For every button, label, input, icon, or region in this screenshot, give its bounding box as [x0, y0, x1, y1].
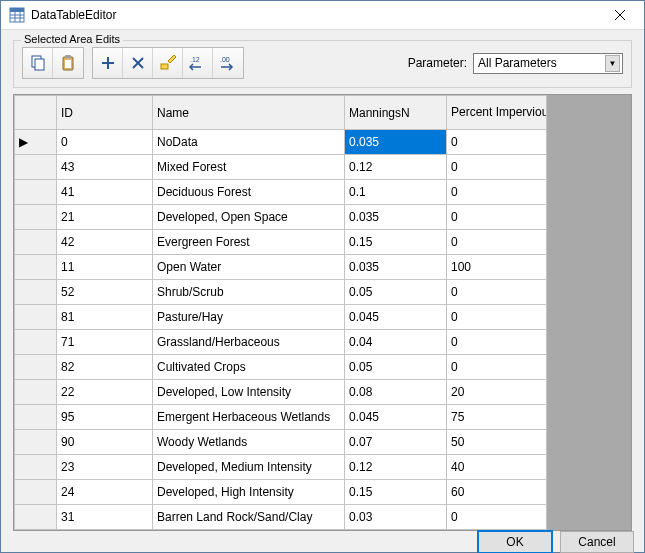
copy-button[interactable] — [23, 48, 53, 78]
cell-impervious[interactable]: 60 — [447, 480, 547, 505]
row-header[interactable] — [15, 280, 57, 305]
cell-name[interactable]: Deciduous Forest — [153, 180, 345, 205]
cell-name[interactable]: Evergreen Forest — [153, 230, 345, 255]
cell-name[interactable]: Cultivated Crops — [153, 355, 345, 380]
table-row[interactable]: 82Cultivated Crops0.050 — [15, 355, 631, 380]
row-header[interactable] — [15, 205, 57, 230]
row-header[interactable] — [15, 480, 57, 505]
row-header[interactable] — [15, 455, 57, 480]
ok-button[interactable]: OK — [478, 531, 552, 553]
table-row[interactable]: 81Pasture/Hay0.0450 — [15, 305, 631, 330]
row-header[interactable] — [15, 430, 57, 455]
cell-impervious[interactable]: 100 — [447, 255, 547, 280]
cancel-button[interactable]: Cancel — [560, 531, 634, 553]
add-row-button[interactable] — [93, 48, 123, 78]
row-header[interactable]: ▶ — [15, 130, 57, 155]
col-header-id[interactable]: ID — [57, 96, 153, 130]
table-row[interactable]: 43Mixed Forest0.120 — [15, 155, 631, 180]
cell-manningsn[interactable]: 0.12 — [345, 155, 447, 180]
cell-name[interactable]: Open Water — [153, 255, 345, 280]
cell-impervious[interactable]: 0 — [447, 205, 547, 230]
cell-id[interactable]: 41 — [57, 180, 153, 205]
cell-manningsn[interactable]: 0.035 — [345, 255, 447, 280]
cell-impervious[interactable]: 0 — [447, 330, 547, 355]
cell-name[interactable]: Pasture/Hay — [153, 305, 345, 330]
edit-cell-button[interactable] — [153, 48, 183, 78]
cell-id[interactable]: 0 — [57, 130, 153, 155]
row-header[interactable] — [15, 230, 57, 255]
cell-impervious[interactable]: 50 — [447, 430, 547, 455]
col-header-manningsn[interactable]: ManningsN — [345, 96, 447, 130]
cell-manningsn[interactable]: 0.15 — [345, 480, 447, 505]
cell-name[interactable]: Woody Wetlands — [153, 430, 345, 455]
increase-decimals-button[interactable]: .00 — [213, 48, 243, 78]
decrease-decimals-button[interactable]: .12 — [183, 48, 213, 78]
cell-impervious[interactable]: 20 — [447, 380, 547, 405]
cell-name[interactable]: Emergent Herbaceous Wetlands — [153, 405, 345, 430]
row-header[interactable] — [15, 330, 57, 355]
row-header[interactable] — [15, 180, 57, 205]
cell-id[interactable]: 81 — [57, 305, 153, 330]
cell-id[interactable]: 24 — [57, 480, 153, 505]
table-row[interactable]: 24Developed, High Intensity0.1560 — [15, 480, 631, 505]
cell-impervious[interactable]: 0 — [447, 505, 547, 530]
table-row[interactable]: 71Grassland/Herbaceous0.040 — [15, 330, 631, 355]
cell-name[interactable]: Developed, High Intensity — [153, 480, 345, 505]
cell-manningsn[interactable]: 0.1 — [345, 180, 447, 205]
row-header[interactable] — [15, 355, 57, 380]
row-header[interactable] — [15, 405, 57, 430]
table-row[interactable]: 95Emergent Herbaceous Wetlands0.04575 — [15, 405, 631, 430]
row-header-corner[interactable] — [15, 96, 57, 130]
cell-manningsn[interactable]: 0.035 — [345, 205, 447, 230]
cell-id[interactable]: 82 — [57, 355, 153, 380]
cell-manningsn[interactable]: 0.07 — [345, 430, 447, 455]
cell-impervious[interactable]: 0 — [447, 355, 547, 380]
data-grid[interactable]: ID Name ManningsN Percent Impervious ▶0N… — [13, 94, 632, 531]
cell-manningsn[interactable]: 0.045 — [345, 405, 447, 430]
cell-name[interactable]: Developed, Medium Intensity — [153, 455, 345, 480]
cell-manningsn[interactable]: 0.035 — [345, 130, 447, 155]
cell-manningsn[interactable]: 0.04 — [345, 330, 447, 355]
cell-impervious[interactable]: 0 — [447, 280, 547, 305]
cell-manningsn[interactable]: 0.15 — [345, 230, 447, 255]
close-button[interactable] — [597, 1, 642, 29]
cell-id[interactable]: 71 — [57, 330, 153, 355]
row-header[interactable] — [15, 255, 57, 280]
paste-button[interactable] — [53, 48, 83, 78]
cell-id[interactable]: 23 — [57, 455, 153, 480]
cell-id[interactable]: 52 — [57, 280, 153, 305]
table-row[interactable]: ▶0NoData0.0350 — [15, 130, 631, 155]
row-header[interactable] — [15, 305, 57, 330]
row-header[interactable] — [15, 155, 57, 180]
cell-name[interactable]: Developed, Open Space — [153, 205, 345, 230]
cell-manningsn[interactable]: 0.03 — [345, 505, 447, 530]
table-row[interactable]: 11Open Water0.035100 — [15, 255, 631, 280]
cell-id[interactable]: 22 — [57, 380, 153, 405]
cell-name[interactable]: NoData — [153, 130, 345, 155]
cell-impervious[interactable]: 75 — [447, 405, 547, 430]
table-row[interactable]: 21Developed, Open Space0.0350 — [15, 205, 631, 230]
cell-impervious[interactable]: 40 — [447, 455, 547, 480]
col-header-impervious[interactable]: Percent Impervious — [447, 96, 547, 130]
row-header[interactable] — [15, 505, 57, 530]
cell-manningsn[interactable]: 0.08 — [345, 380, 447, 405]
cell-id[interactable]: 21 — [57, 205, 153, 230]
cell-id[interactable]: 42 — [57, 230, 153, 255]
cell-name[interactable]: Developed, Low Intensity — [153, 380, 345, 405]
cell-impervious[interactable]: 0 — [447, 180, 547, 205]
cell-impervious[interactable]: 0 — [447, 305, 547, 330]
cell-impervious[interactable]: 0 — [447, 155, 547, 180]
cell-id[interactable]: 31 — [57, 505, 153, 530]
cell-name[interactable]: Grassland/Herbaceous — [153, 330, 345, 355]
cell-id[interactable]: 90 — [57, 430, 153, 455]
table-row[interactable]: 23Developed, Medium Intensity0.1240 — [15, 455, 631, 480]
cell-id[interactable]: 11 — [57, 255, 153, 280]
table-row[interactable]: 22Developed, Low Intensity0.0820 — [15, 380, 631, 405]
cell-manningsn[interactable]: 0.05 — [345, 355, 447, 380]
cell-impervious[interactable]: 0 — [447, 130, 547, 155]
cell-manningsn[interactable]: 0.05 — [345, 280, 447, 305]
table-row[interactable]: 41Deciduous Forest0.10 — [15, 180, 631, 205]
cell-id[interactable]: 95 — [57, 405, 153, 430]
table-row[interactable]: 52Shrub/Scrub0.050 — [15, 280, 631, 305]
cell-impervious[interactable]: 0 — [447, 230, 547, 255]
